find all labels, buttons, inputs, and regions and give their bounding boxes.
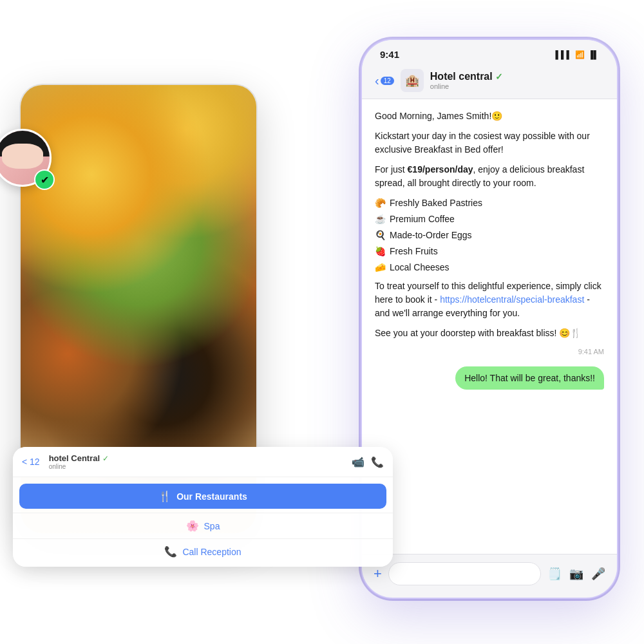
hotel-online-status: online [430, 82, 604, 90]
status-time: 9:41 [380, 49, 399, 60]
pastry-emoji: 🥐 [375, 196, 386, 210]
video-call-icon[interactable]: 📹 [352, 456, 365, 468]
hotel-avatar-icon: 🏨 [401, 69, 424, 92]
fruits-emoji: 🍓 [375, 245, 386, 258]
wifi-icon: 📶 [575, 50, 585, 59]
cheeses-emoji: 🧀 [375, 261, 386, 274]
coffee-emoji: ☕ [375, 213, 386, 226]
wa-back-button[interactable]: < 12 [22, 457, 40, 467]
list-item-eggs: 🍳Made-to-Order Eggs [375, 229, 604, 242]
eggs-text: Made-to-Order Eggs [390, 229, 472, 242]
chat-body: Good Morning, James Smith!🙂 Kickstart yo… [362, 99, 617, 554]
hotel-verified-badge: ✓ [495, 71, 503, 82]
eggs-emoji: 🍳 [375, 229, 386, 242]
wa-verified-icon: ✓ [102, 454, 109, 463]
chat-header: ‹ 12 🏨 Hotel central ✓ online [362, 64, 617, 99]
phone-call-icon[interactable]: 📞 [371, 456, 384, 468]
received-message: Good Morning, James Smith!🙂 Kickstart yo… [375, 109, 604, 357]
restaurants-icon: 🍴 [158, 490, 171, 502]
whatsapp-card-header: < 12 hotel Central ✓ online 📹 📞 [13, 447, 393, 477]
message-count-badge: 12 [381, 77, 394, 85]
menu-item-call-reception[interactable]: 📞 Call Reception [13, 538, 393, 564]
greeting-text: Good Morning, James Smith!🙂 [375, 109, 604, 123]
chat-input-bar: + 🗒️ 📷 🎤 [362, 554, 617, 593]
spa-label: Spa [204, 521, 220, 531]
whatsapp-icon: ✔ [34, 169, 55, 190]
price-text: For just €19/person/day, enjoy a delicio… [375, 163, 604, 190]
coffee-text: Premium Coffee [390, 213, 455, 226]
camera-icon[interactable]: 📷 [569, 567, 583, 581]
message-input[interactable] [388, 562, 541, 585]
status-icons: ▌▌▌ 📶 ▐▌ [555, 50, 599, 59]
chat-hotel-name: Hotel central ✓ [430, 71, 604, 82]
status-bar: 9:41 ▌▌▌ 📶 ▐▌ [362, 40, 617, 64]
battery-icon: ▐▌ [588, 50, 599, 59]
wa-header-left: < 12 hotel Central ✓ online [22, 453, 109, 470]
cheeses-text: Local Cheeses [390, 261, 450, 274]
list-item-fruits: 🍓Fresh Fruits [375, 245, 604, 258]
spa-icon: 🌸 [186, 520, 199, 532]
avatar-container: ✔ [0, 129, 52, 187]
call-reception-label: Call Reception [182, 547, 241, 557]
list-item-cheeses: 🧀Local Cheeses [375, 261, 604, 274]
right-phone: 9:41 ▌▌▌ 📶 ▐▌ ‹ 12 🏨 Hotel central ✓ onl… [361, 39, 618, 599]
fruits-text: Fresh Fruits [390, 245, 438, 258]
list-item-coffee: ☕Premium Coffee [375, 213, 604, 226]
list-item-pastries: 🥐Freshly Baked Pastries [375, 196, 604, 210]
message-timestamp: 9:41 AM [375, 346, 604, 357]
menu-item-restaurants[interactable]: 🍴 Our Restaurants [19, 484, 386, 509]
booking-text: To treat yourself to this delightful exp… [375, 279, 604, 320]
wa-online-status: online [49, 463, 109, 470]
restaurants-label: Our Restaurants [176, 491, 247, 502]
wa-menu-items: 🍴 Our Restaurants 🌸 Spa 📞 Call Reception [13, 477, 393, 567]
intro-text: Kickstart your day in the cosiest way po… [375, 129, 604, 156]
booking-link[interactable]: https://hotelcentral/special-breakfast [440, 294, 584, 305]
add-attachment-button[interactable]: + [374, 565, 382, 582]
sent-bubble: Hello! That will be great, thanks!! [455, 366, 604, 390]
input-action-icons: 🗒️ 📷 🎤 [547, 567, 605, 581]
whatsapp-card: < 12 hotel Central ✓ online 📹 📞 🍴 Our Re… [13, 447, 393, 567]
signal-icon: ▌▌▌ [555, 50, 572, 59]
wa-hotel-name: hotel Central [49, 453, 100, 463]
sent-message: Hello! That will be great, thanks!! [375, 366, 604, 390]
sticker-icon[interactable]: 🗒️ [547, 567, 562, 581]
call-reception-icon: 📞 [164, 545, 177, 558]
menu-item-spa[interactable]: 🌸 Spa [13, 513, 393, 538]
microphone-icon[interactable]: 🎤 [591, 567, 605, 581]
pastry-text: Freshly Baked Pastries [390, 196, 482, 210]
chat-hotel-info: Hotel central ✓ online [430, 71, 604, 90]
avatar-face [2, 144, 43, 169]
chat-back-button[interactable]: ‹ 12 [375, 73, 394, 88]
wa-header-right: 📹 📞 [352, 456, 384, 468]
closing-text: See you at your doorstep with breakfast … [375, 327, 604, 340]
breakfast-items-list: 🥐Freshly Baked Pastries ☕Premium Coffee … [375, 196, 604, 274]
